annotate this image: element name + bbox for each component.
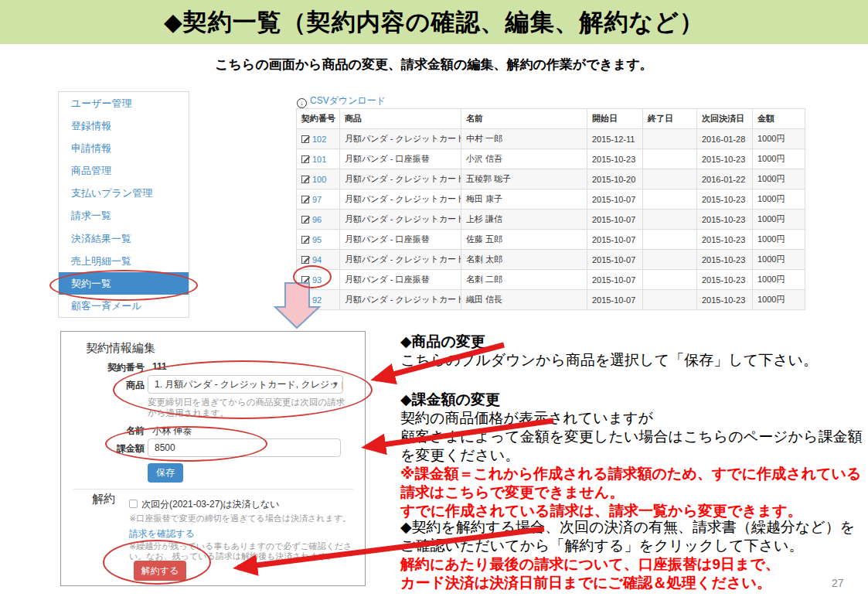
cell-end-date (643, 250, 697, 270)
sidebar-item-売上明細一覧[interactable]: 売上明細一覧 (59, 250, 189, 272)
sidebar: ユーザー管理登録情報申請情報商品管理支払いプラン管理請求一覧決済結果一覧売上明細… (58, 91, 189, 318)
cell-start-date: 2015-10-07 (587, 250, 643, 270)
cell-end-date (643, 290, 697, 310)
table-row: 100月額パンダ - クレジットカード五稜郭 聡子2015-10-202016-… (297, 169, 805, 189)
cell-contract-number: 93 (297, 270, 340, 290)
annotation-line: こちらのプルダウンから商品を選択して「保存」して下さい。 (400, 351, 864, 370)
contract-table: 契約番号商品名前開始日終了日次回決済日金額 102月額パンダ - クレジットカー… (296, 108, 805, 310)
cell-name: 小沢 信吾 (461, 149, 587, 169)
edit-icon[interactable] (301, 135, 309, 143)
contract-number-link[interactable]: 92 (312, 295, 322, 305)
csv-download-link[interactable]: ↓CSVダウンロード (297, 94, 386, 108)
cell-product: 月額パンダ - 口座振替 (340, 230, 461, 250)
cell-product: 月額パンダ - クレジットカード (340, 169, 461, 189)
contract-number-link[interactable]: 100 (312, 175, 326, 184)
edit-icon[interactable] (301, 256, 309, 264)
product-select[interactable]: 1. 月額パンダ - クレジットカード, クレジットカー ▼ (148, 375, 343, 394)
cell-name: 五稜郭 聡子 (461, 169, 587, 189)
column-header: 商品 (340, 109, 461, 129)
edit-icon[interactable] (301, 176, 309, 183)
form-title: 契約情報編集 (86, 341, 155, 356)
sidebar-item-ユーザー管理[interactable]: ユーザー管理 (59, 92, 189, 114)
annotation-amount-change: ◆課金額の変更 契約の商品価格が表示されていますが顧客さまによって金額を変更した… (400, 391, 864, 520)
sidebar-item-支払いプラン管理[interactable]: 支払いプラン管理 (59, 182, 189, 204)
cell-product: 月額パンダ - 口座振替 (340, 149, 461, 169)
edit-icon[interactable] (301, 196, 309, 203)
cell-product: 月額パンダ - クレジットカード (340, 210, 461, 230)
sidebar-item-決済結果一覧[interactable]: 決済結果一覧 (59, 227, 189, 250)
cell-next-payment-date: 2015-10-23 (697, 230, 753, 250)
column-header: 次回決済日 (697, 109, 753, 129)
cell-end-date (643, 230, 697, 250)
sidebar-item-顧客一斉メール[interactable]: 顧客一斉メール (59, 295, 189, 317)
sidebar-item-商品管理[interactable]: 商品管理 (59, 159, 189, 182)
table-row: 95月額パンダ - 口座振替佐藤 五郎2015-10-072015-10-231… (297, 230, 805, 250)
cell-next-payment-date: 2015-10-23 (697, 250, 753, 270)
page-title: ◆契約一覧（契約内容の確認、編集、解約など） (0, 0, 868, 44)
cell-amount: 1000円 (753, 270, 805, 290)
contract-number-link[interactable]: 97 (312, 195, 322, 204)
slide: ◆契約一覧（契約内容の確認、編集、解約など） こちらの画面から商品の変更、請求金… (0, 0, 868, 614)
cell-next-payment-date: 2015-10-23 (697, 210, 753, 230)
cell-start-date: 2015-10-07 (587, 290, 643, 310)
table-row: 102月額パンダ - クレジットカード中村 一郎2015-12-112016-0… (297, 129, 805, 149)
chevron-down-icon: ▼ (332, 376, 339, 393)
check-invoices-link[interactable]: 請求を確認する (129, 527, 195, 541)
edit-icon[interactable] (301, 276, 309, 284)
cell-next-payment-date: 2015-10-23 (697, 189, 753, 210)
contract-number-link[interactable]: 93 (312, 275, 322, 285)
cancel-contract-button[interactable]: 解約する (134, 561, 186, 581)
edit-icon[interactable] (301, 236, 309, 244)
contract-no-label: 契約番号 (77, 361, 145, 374)
contract-number-link[interactable]: 101 (312, 155, 326, 164)
cell-name: 中村 一郎 (461, 129, 587, 149)
table-header-row: 契約番号商品名前開始日終了日次回決済日金額 (297, 109, 805, 129)
cell-contract-number: 96 (297, 210, 340, 230)
csv-download-label: CSVダウンロード (310, 95, 386, 106)
cell-contract-number: 94 (297, 250, 340, 270)
cell-start-date: 2015-10-20 (587, 169, 643, 189)
form-divider (73, 489, 353, 489)
column-header: 終了日 (643, 109, 697, 129)
cell-end-date (643, 189, 697, 210)
sidebar-item-申請情報[interactable]: 申請情報 (59, 137, 189, 159)
contract-number-link[interactable]: 95 (312, 235, 322, 244)
cell-end-date (643, 129, 697, 149)
save-button[interactable]: 保存 (148, 463, 183, 483)
cell-contract-number: 95 (297, 230, 340, 250)
sidebar-item-契約一覧[interactable]: 契約一覧 (59, 272, 189, 295)
annotation-heading: ◆商品の変更 (400, 333, 864, 351)
cell-amount: 1000円 (753, 169, 805, 189)
sidebar-menu: ユーザー管理登録情報申請情報商品管理支払いプラン管理請求一覧決済結果一覧売上明細… (59, 92, 189, 317)
cell-start-date: 2015-10-07 (587, 210, 643, 230)
name-value: 小林 伸泰 (152, 425, 192, 438)
sidebar-item-請求一覧[interactable]: 請求一覧 (59, 204, 189, 227)
table-row: 101月額パンダ - 口座振替小沢 信吾2015-10-232015-10-23… (297, 149, 805, 169)
product-label: 商品 (77, 379, 145, 392)
contract-edit-form: 契約情報編集 契約番号 111 商品 1. 月額パンダ - クレジットカード, … (60, 331, 366, 586)
edit-icon[interactable] (301, 155, 309, 163)
cell-start-date: 2015-10-23 (587, 149, 643, 169)
contract-number-link[interactable]: 102 (312, 135, 326, 144)
cell-next-payment-date: 2016-01-22 (697, 169, 753, 189)
table-row: 92月額パンダ - クレジットカード織田 信長2015-10-072015-10… (297, 290, 805, 310)
amount-input[interactable] (148, 438, 341, 457)
cell-amount: 1000円 (753, 230, 805, 250)
cell-amount: 1000円 (753, 129, 805, 149)
edit-icon[interactable] (301, 216, 309, 223)
annotation-heading: ◆課金額の変更 (400, 391, 864, 409)
contract-number-link[interactable]: 96 (312, 215, 322, 224)
cell-end-date (643, 210, 697, 230)
cell-next-payment-date: 2015-10-23 (697, 149, 753, 169)
cell-name: 織田 信長 (461, 290, 587, 310)
annotation-lines-3: ◆契約を解約する場合、次回の決済の有無、請求書（繰越分など）をご確認いただいてか… (400, 518, 864, 592)
cell-contract-number: 101 (297, 149, 340, 169)
column-header: 金額 (753, 109, 805, 129)
table-row: 93月額パンダ - 口座振替名刺 二郎2015-10-072015-10-231… (297, 270, 805, 290)
skip-next-payment-checkbox[interactable] (129, 500, 138, 508)
sidebar-item-登録情報[interactable]: 登録情報 (59, 114, 189, 137)
checkbox-note: ※口座振替で変更の締切を過ぎてる場合は決済されます。 (129, 513, 361, 524)
edit-icon[interactable] (301, 296, 309, 304)
cell-name: 上杉 謙信 (461, 210, 587, 230)
contract-number-link[interactable]: 94 (312, 255, 322, 264)
